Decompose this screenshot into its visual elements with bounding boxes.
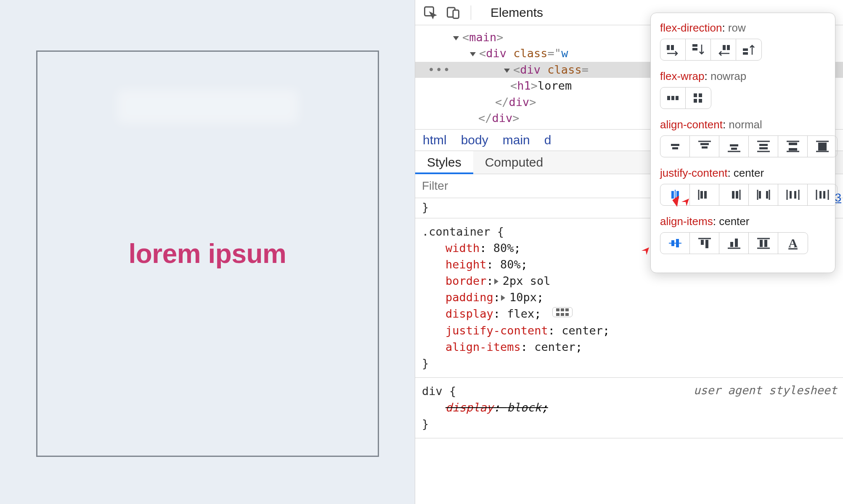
svg-rect-19: [676, 96, 679, 100]
align-content-start-button[interactable]: [690, 136, 719, 157]
devtools-panel: Elements <main> <div class="w ••• <div c…: [415, 0, 843, 504]
preview-highlight-blur: [117, 90, 298, 123]
device-toggle-icon[interactable]: [445, 5, 461, 20]
justify-content-space-around-button[interactable]: [778, 184, 808, 205]
preview-pane: lorem ipsum: [0, 0, 415, 504]
crumb-div[interactable]: d: [544, 133, 551, 147]
caret-down-icon[interactable]: [470, 52, 476, 56]
svg-rect-7: [561, 313, 564, 316]
css-val-border[interactable]: 2px sol: [503, 274, 551, 287]
svg-rect-57: [790, 191, 792, 199]
svg-rect-74: [760, 240, 763, 247]
css-prop-border[interactable]: border: [445, 274, 487, 287]
svg-rect-48: [704, 191, 707, 199]
align-content-group: align-content: normal: [660, 118, 826, 157]
crumb-main[interactable]: main: [503, 133, 530, 147]
flex-direction-group: flex-direction: row: [660, 21, 826, 61]
css-val-width[interactable]: 80%: [493, 241, 514, 255]
svg-rect-13: [723, 45, 726, 50]
align-items-center-button[interactable]: [660, 233, 690, 254]
align-items-stretch-button[interactable]: [749, 233, 778, 254]
svg-rect-14: [727, 45, 730, 50]
justify-content-space-evenly-button[interactable]: [808, 184, 837, 205]
svg-rect-20: [694, 93, 697, 97]
crumb-body[interactable]: body: [461, 133, 488, 147]
svg-rect-65: [671, 240, 674, 246]
svg-rect-33: [759, 144, 768, 146]
ua-stylesheet-label: user agent stylesheet: [694, 382, 837, 398]
svg-rect-50: [736, 191, 738, 199]
callout-arrow-icon: [670, 196, 695, 217]
align-items-group: align-items: center A: [660, 215, 826, 254]
align-content-stretch-button[interactable]: [808, 136, 837, 157]
svg-rect-47: [700, 191, 703, 199]
css-val-display: block: [507, 401, 541, 414]
css-val-height[interactable]: 80%: [500, 258, 521, 271]
svg-rect-22: [694, 99, 697, 103]
flex-wrap-wrap-button[interactable]: [686, 88, 711, 109]
flexbox-editor-button[interactable]: [552, 307, 573, 317]
svg-rect-21: [699, 93, 702, 97]
css-rule-ua-div[interactable]: user agent stylesheet div { display: blo…: [415, 378, 843, 438]
justify-content-end-button[interactable]: [719, 184, 749, 205]
caret-down-icon[interactable]: [504, 69, 510, 73]
svg-rect-29: [730, 144, 738, 146]
svg-rect-34: [759, 147, 768, 149]
expand-icon[interactable]: [501, 295, 505, 301]
caret-down-icon[interactable]: [453, 36, 459, 40]
flex-direction-row-reverse-button[interactable]: [711, 39, 736, 60]
css-brace-close: }: [422, 357, 429, 370]
css-prop-align-items[interactable]: align-items: [445, 340, 521, 353]
tab-elements[interactable]: Elements: [490, 5, 543, 20]
align-items-start-button[interactable]: [690, 233, 719, 254]
css-selector[interactable]: div {: [422, 385, 456, 398]
flex-direction-column-button[interactable]: [686, 39, 711, 60]
flex-direction-column-reverse-button[interactable]: [736, 39, 761, 60]
svg-rect-66: [676, 239, 679, 247]
css-val-padding[interactable]: 10px: [509, 291, 537, 304]
svg-rect-75: [764, 240, 767, 247]
svg-rect-24: [671, 144, 679, 146]
css-val-justify-content[interactable]: center: [562, 324, 603, 337]
svg-rect-28: [702, 146, 708, 149]
align-content-space-between-button[interactable]: [778, 136, 808, 157]
callout-arrow-icon: [630, 245, 655, 266]
css-selector[interactable]: .container {: [422, 225, 504, 238]
svg-rect-23: [699, 99, 702, 103]
flex-wrap-label: flex-wrap: [660, 70, 704, 82]
svg-rect-15: [743, 48, 748, 51]
svg-rect-37: [789, 143, 797, 145]
svg-rect-68: [701, 240, 704, 245]
css-prop-width[interactable]: width: [445, 241, 480, 255]
svg-rect-53: [759, 191, 761, 199]
svg-rect-9: [667, 45, 670, 50]
flex-wrap-nowrap-button[interactable]: [660, 88, 686, 109]
svg-rect-4: [561, 308, 564, 311]
crumb-html[interactable]: html: [423, 133, 447, 147]
flex-direction-row-button[interactable]: [660, 39, 686, 60]
tab-computed[interactable]: Computed: [473, 151, 555, 174]
css-val-align-items[interactable]: center: [534, 340, 575, 353]
svg-rect-61: [819, 191, 822, 199]
align-content-end-button[interactable]: [719, 136, 749, 157]
flex-direction-label: flex-direction: [660, 21, 722, 34]
css-val-display[interactable]: flex: [507, 307, 534, 320]
svg-rect-30: [731, 148, 737, 150]
expand-icon[interactable]: [494, 279, 498, 284]
svg-rect-62: [823, 191, 825, 199]
flex-wrap-value: nowrap: [710, 70, 746, 82]
align-content-center-button[interactable]: [660, 136, 690, 157]
css-prop-justify-content[interactable]: justify-content: [445, 324, 548, 337]
align-items-end-button[interactable]: [719, 233, 749, 254]
align-items-baseline-button[interactable]: A: [778, 233, 808, 254]
svg-rect-70: [730, 242, 733, 247]
inspect-icon[interactable]: [423, 5, 438, 20]
css-prop-height[interactable]: height: [445, 258, 487, 271]
ellipsis-icon[interactable]: •••: [428, 63, 451, 76]
tab-styles[interactable]: Styles: [415, 151, 473, 174]
css-prop-display[interactable]: display: [445, 307, 493, 320]
align-content-space-around-button[interactable]: [749, 136, 778, 157]
svg-rect-5: [565, 308, 569, 311]
css-prop-padding[interactable]: padding: [445, 291, 493, 304]
justify-content-space-between-button[interactable]: [749, 184, 778, 205]
